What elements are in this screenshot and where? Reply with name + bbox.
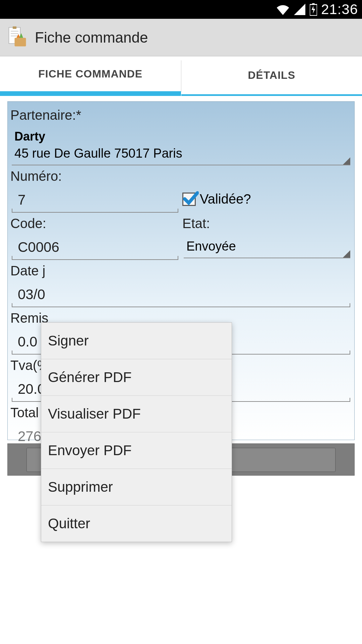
etat-value: Envoyée <box>186 239 236 253</box>
battery-charging-icon <box>310 3 317 16</box>
date-label: Date j <box>10 260 352 280</box>
validee-checkbox-row[interactable]: Validée? <box>182 185 352 207</box>
chevron-down-icon <box>343 250 350 258</box>
validee-label: Validée? <box>200 192 251 207</box>
status-bar: 21:36 <box>0 0 362 19</box>
numero-value: 7 <box>12 188 178 213</box>
bottom-button-right[interactable] <box>228 448 336 472</box>
action-bar: Fiche commande <box>0 19 362 56</box>
partner-name: Darty <box>12 125 350 146</box>
menu-item-visualiser-pdf[interactable]: Visualiser PDF <box>41 396 232 432</box>
svg-rect-7 <box>15 38 26 46</box>
menu-item-supprimer[interactable]: Supprimer <box>41 469 232 505</box>
context-menu: Signer Générer PDF Visualiser PDF Envoye… <box>41 322 232 542</box>
tab-details[interactable]: DÉTAILS <box>181 56 362 96</box>
tab-label: FICHE COMMANDE <box>38 68 142 80</box>
chevron-down-icon <box>343 157 350 165</box>
partner-address: 45 rue De Gaulle 75017 Paris <box>12 146 350 165</box>
code-input[interactable]: C0006 <box>12 235 178 260</box>
tabs: FICHE COMMANDE DÉTAILS <box>0 56 362 96</box>
status-time: 21:36 <box>321 1 358 17</box>
signal-icon <box>294 4 306 15</box>
etat-spinner[interactable]: Envoyée <box>184 235 350 258</box>
checkbox-icon <box>182 193 196 206</box>
wifi-icon <box>276 4 290 15</box>
tab-fiche-commande[interactable]: FICHE COMMANDE <box>0 56 181 96</box>
tab-label: DÉTAILS <box>248 69 295 82</box>
code-label: Code: <box>10 213 180 233</box>
partner-spinner[interactable]: Darty 45 rue De Gaulle 75017 Paris <box>12 125 350 165</box>
partner-label: Partenaire:* <box>10 104 352 125</box>
date-input[interactable]: 03/0 <box>12 282 350 307</box>
svg-rect-3 <box>13 26 16 29</box>
app-icon <box>6 25 29 50</box>
menu-item-signer[interactable]: Signer <box>41 323 232 359</box>
etat-label: Etat: <box>182 213 352 233</box>
menu-item-quitter[interactable]: Quitter <box>41 505 232 542</box>
numero-input[interactable]: 7 <box>12 188 178 213</box>
page-title: Fiche commande <box>35 29 148 46</box>
date-value: 03/0 <box>12 282 350 307</box>
menu-item-envoyer-pdf[interactable]: Envoyer PDF <box>41 432 232 469</box>
menu-item-generer-pdf[interactable]: Générer PDF <box>41 359 232 396</box>
content: FICHE COMMANDE DÉTAILS Partenaire:* Dart… <box>0 56 362 644</box>
numero-label: Numéro: <box>10 165 180 186</box>
svg-rect-1 <box>312 3 314 5</box>
code-value: C0006 <box>12 235 178 260</box>
